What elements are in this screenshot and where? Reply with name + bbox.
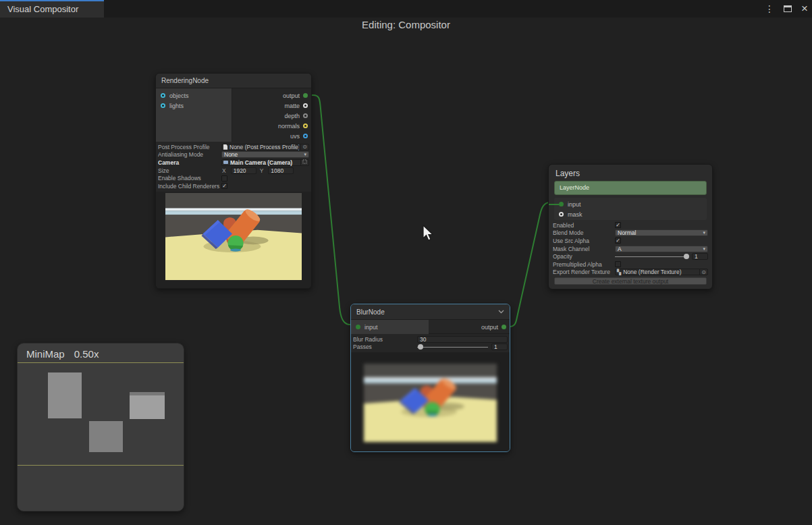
maximize-icon[interactable] xyxy=(784,5,792,12)
row-enabled: Enabled ✓ xyxy=(551,221,710,229)
port-uvs[interactable]: uvs xyxy=(233,131,311,141)
port-layer-input[interactable]: input xyxy=(554,199,707,209)
blur-node-ports: input output xyxy=(351,320,510,334)
blur-radius-field[interactable]: 30 xyxy=(417,336,508,343)
row-camera: Camera Main Camera (Camera) xyxy=(156,159,311,167)
layer-node-header[interactable]: LayerNode xyxy=(554,181,707,195)
rendering-node-title: RenderingNode xyxy=(161,74,209,88)
row-blur-radius: Blur Radius 30 xyxy=(351,335,510,343)
port-dot-objects[interactable] xyxy=(161,93,165,98)
port-normals[interactable]: normals xyxy=(233,121,311,131)
minimap-node-layers[interactable] xyxy=(130,392,165,419)
blur-node[interactable]: BlurNode input output Blur Radius 30 xyxy=(350,304,510,452)
antialiasing-mode-dropdown[interactable]: None ▾ xyxy=(221,151,309,158)
blur-node-preview xyxy=(351,352,510,452)
row-antialiasing-mode: Antialiasing Mode None ▾ xyxy=(156,151,311,159)
rendering-node[interactable]: RenderingNode objects lights output xyxy=(155,73,312,289)
collapse-chevron-icon[interactable] xyxy=(498,310,504,314)
minimap-panel[interactable]: MiniMap 0.50x xyxy=(17,343,184,512)
row-enable-shadows: Enable Shadows xyxy=(156,174,311,182)
port-dot-matte[interactable] xyxy=(303,103,308,108)
port-layer-mask[interactable]: mask xyxy=(554,209,707,219)
create-external-texture-output-button[interactable]: Create external texture output xyxy=(554,277,707,285)
x-axis-label: X xyxy=(222,167,226,174)
port-depth[interactable]: depth xyxy=(233,111,311,121)
port-dot-blur-input[interactable] xyxy=(356,325,360,329)
editing-label: Editing: Compositor xyxy=(0,19,812,30)
port-lights[interactable]: lights xyxy=(156,101,232,111)
port-blur-input[interactable]: input xyxy=(351,320,429,334)
row-use-src-alpha: Use Src Alpha ✓ xyxy=(551,237,710,245)
premultiplied-alpha-checkbox[interactable] xyxy=(615,261,621,267)
rendering-node-preview xyxy=(156,192,311,289)
port-objects[interactable]: objects xyxy=(156,90,232,101)
row-size: Size X 1920 Y 1080 xyxy=(156,167,311,175)
row-passes: Passes 1 xyxy=(351,343,510,352)
passes-slider-thumb[interactable] xyxy=(418,344,423,350)
blur-node-title: BlurNode xyxy=(356,304,385,320)
port-dot-layer-input[interactable] xyxy=(559,202,564,206)
row-premultiplied-alpha: Premultiplied Alpha xyxy=(551,260,710,269)
use-src-alpha-checkbox[interactable]: ✓ xyxy=(615,238,621,244)
wire-stub xyxy=(549,204,559,205)
asset-icon xyxy=(223,144,227,150)
tab-visual-compositor[interactable]: Visual Compositor xyxy=(0,0,104,18)
object-picker-icon[interactable]: ⊙ xyxy=(699,269,706,275)
blur-node-properties: Blur Radius 30 Passes 1 xyxy=(351,334,510,351)
object-picker-icon[interactable]: ⊙ xyxy=(300,144,307,150)
post-process-profile-field[interactable]: None (Post Process Profile) ⊙ xyxy=(221,144,309,150)
rendering-node-properties: Post Process Profile None (Post Process … xyxy=(156,142,311,190)
port-dot-lights[interactable] xyxy=(161,103,165,108)
port-dot-uvs[interactable] xyxy=(303,134,308,138)
row-opacity: Opacity 1 xyxy=(551,252,710,260)
port-matte[interactable]: matte xyxy=(233,101,311,111)
blurred-preview-image xyxy=(364,364,497,442)
chevron-down-icon: ▾ xyxy=(304,152,306,157)
port-dot-blur-output[interactable] xyxy=(502,325,506,329)
window-menu-icon[interactable]: ⋮ xyxy=(765,0,774,18)
chevron-down-icon: ▾ xyxy=(703,230,705,236)
row-include-child-renderers: Include Child Renderers ✓ xyxy=(156,182,311,190)
port-blur-output[interactable]: output xyxy=(429,320,510,334)
scene-picker-icon[interactable] xyxy=(300,159,307,165)
layer-node-ports: input mask xyxy=(554,198,707,220)
minimap-node-blur[interactable] xyxy=(89,421,123,452)
layers-panel-title: Layers xyxy=(549,165,712,181)
wire-output-to-blur-input[interactable] xyxy=(308,95,352,325)
passes-value-field[interactable]: 1 xyxy=(491,343,508,350)
rendering-node-inputs: objects lights xyxy=(156,88,232,142)
blur-node-titlebar[interactable]: BlurNode xyxy=(351,304,510,320)
include-child-renderers-checkbox[interactable]: ✓ xyxy=(221,183,227,189)
y-axis-label: Y xyxy=(260,167,264,174)
opacity-value-field[interactable]: 1 xyxy=(692,253,708,260)
window-titlebar: Visual Compositor ⋮ × xyxy=(0,0,812,18)
mask-channel-dropdown[interactable]: A ▾ xyxy=(615,246,708,252)
camera-field[interactable]: Main Camera (Camera) xyxy=(221,159,309,166)
minimap-node-rendering[interactable] xyxy=(48,372,82,418)
opacity-slider[interactable] xyxy=(615,253,688,260)
port-dot-output[interactable] xyxy=(303,93,308,98)
export-render-texture-field[interactable]: ▚ None (Render Texture) ⊙ xyxy=(615,269,708,275)
size-y-field[interactable]: 1080 xyxy=(268,167,294,174)
row-post-process-profile: Post Process Profile None (Post Process … xyxy=(156,143,311,151)
rendering-node-ports: objects lights output matte depth xyxy=(156,88,311,142)
rendering-node-titlebar[interactable]: RenderingNode xyxy=(156,74,311,88)
render-preview-image xyxy=(165,193,302,280)
visual-compositor-window: Visual Compositor ⋮ × Editing: Composito… xyxy=(0,0,812,525)
enabled-checkbox[interactable]: ✓ xyxy=(615,222,621,228)
close-icon[interactable]: × xyxy=(801,1,808,17)
port-dot-layer-mask[interactable] xyxy=(559,212,564,217)
enable-shadows-checkbox[interactable] xyxy=(221,175,227,182)
render-texture-icon: ▚ xyxy=(617,269,621,275)
opacity-slider-thumb[interactable] xyxy=(684,254,689,259)
size-x-field[interactable]: 1920 xyxy=(231,167,256,174)
row-mask-channel: Mask Channel A ▾ xyxy=(551,245,710,253)
chevron-down-icon: ▾ xyxy=(703,246,705,252)
blend-mode-dropdown[interactable]: Normal ▾ xyxy=(615,229,708,236)
port-output[interactable]: output xyxy=(233,90,311,101)
layers-panel[interactable]: Layers LayerNode input mask Enabled ✓ xyxy=(548,164,713,289)
port-dot-depth[interactable] xyxy=(303,113,308,118)
passes-slider[interactable] xyxy=(417,343,488,350)
port-dot-normals[interactable] xyxy=(303,123,308,128)
row-blend-mode: Blend Mode Normal ▾ xyxy=(551,229,710,238)
